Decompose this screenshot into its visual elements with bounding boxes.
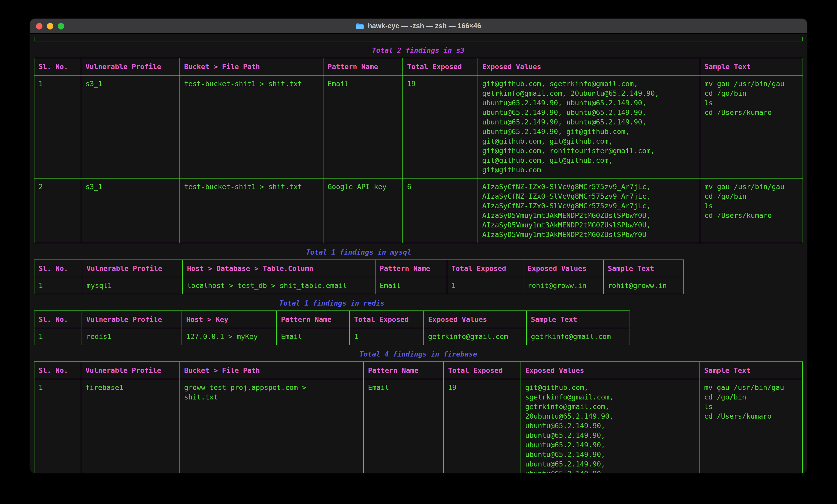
col-header-sample-text: Sample Text [527,311,630,328]
cell-pattern-name: Email [323,75,403,178]
col-header-sl-no: Sl. No. [34,311,82,328]
terminal-content[interactable]: Total 2 findings in s3 Sl. No. Vulnerabl… [30,34,807,473]
cell-sl-no: 1 [34,328,82,345]
mysql-section-title: Total 1 findings in mysql [34,247,683,257]
mysql-findings-section: Total 1 findings in mysql Sl. No. Vulner… [34,247,683,294]
traffic-lights [36,19,64,34]
col-header-vulnerable-profile: Vulnerable Profile [82,260,182,277]
cell-exposed-values: git@github.com, sgetrkinfo@gmail.com, ge… [478,75,700,178]
col-header-pattern-name: Pattern Name [323,58,403,75]
cell-host-key: 127.0.0.1 > myKey [182,328,277,345]
cell-pattern-name: Google API key [323,178,403,243]
table-row: 2 s3_1 test-bucket-shit1 > shit.txt Goog… [34,178,803,243]
firebase-section-title: Total 4 findings in firebase [34,349,803,359]
cell-bucket-file-path: groww-test-proj.appspot.com > shit.txt [180,379,363,473]
cell-exposed-values: getrkinfo@gmail.com [424,328,527,345]
col-header-sample-text: Sample Text [700,362,803,379]
table-row: 1 redis1 127.0.0.1 > myKey Email 1 getrk… [34,328,630,345]
col-header-total-exposed: Total Exposed [350,311,424,328]
col-header-exposed-values: Exposed Values [478,58,700,75]
minimize-button[interactable] [47,23,53,30]
cell-vulnerable-profile: firebase1 [81,379,180,473]
cell-exposed-values: rohit@groww.in [523,277,603,294]
col-header-host-key: Host > Key [182,311,277,328]
col-header-total-exposed: Total Exposed [444,362,521,379]
s3-findings-section: Total 2 findings in s3 Sl. No. Vulnerabl… [34,45,803,243]
cell-total-exposed: 19 [444,379,521,473]
folder-icon [356,23,364,30]
cell-exposed-values: git@github.com, sgetrkinfo@gmail.com, ge… [521,379,700,473]
table-row: 1 mysql1 localhost > test_db > shit_tabl… [34,277,684,294]
cell-sample-text: getrkinfo@gmail.com [527,328,630,345]
col-header-bucket-file-path: Bucket > File Path [180,58,323,75]
col-header-pattern-name: Pattern Name [375,260,447,277]
firebase-header-row: Sl. No. Vulnerable Profile Bucket > File… [34,362,803,379]
cell-sl-no: 2 [34,178,81,243]
window-title: hawk-eye — -zsh — zsh — 166×46 [356,22,481,30]
cell-sl-no: 1 [34,75,81,178]
redis-findings-table: Sl. No. Vulnerable Profile Host > Key Pa… [34,311,630,345]
col-header-sl-no: Sl. No. [34,58,81,75]
mysql-findings-table: Sl. No. Vulnerable Profile Host > Databa… [34,260,684,294]
window-title-text: hawk-eye — -zsh — zsh — 166×46 [368,22,481,30]
redis-section-title: Total 1 findings in redis [34,298,629,308]
s3-header-row: Sl. No. Vulnerable Profile Bucket > File… [34,58,803,75]
col-header-pattern-name: Pattern Name [363,362,444,379]
terminal-window: hawk-eye — -zsh — zsh — 166×46 Total 2 f… [30,19,807,473]
close-button[interactable] [36,23,42,30]
cell-exposed-values: AIzaSyCfNZ-IZx0-SlVcVg8MCr575zv9_Ar7jLc,… [478,178,700,243]
cell-pattern-name: Email [277,328,350,345]
col-header-total-exposed: Total Exposed [447,260,523,277]
col-header-exposed-values: Exposed Values [523,260,603,277]
col-header-bucket-file-path: Bucket > File Path [180,362,363,379]
col-header-host-database-table: Host > Database > Table.Column [182,260,375,277]
cell-sample-text: mv gau /usr/bin/gau cd /go/bin ls cd /Us… [700,75,803,178]
cell-vulnerable-profile: s3_1 [81,178,180,243]
cell-sl-no: 1 [34,277,82,294]
cell-host-database-table: localhost > test_db > shit_table.email [182,277,375,294]
mysql-header-row: Sl. No. Vulnerable Profile Host > Databa… [34,260,684,277]
col-header-exposed-values: Exposed Values [521,362,700,379]
cell-sample-text: mv gau /usr/bin/gau cd /go/bin ls cd /Us… [700,379,803,473]
s3-findings-table: Sl. No. Vulnerable Profile Bucket > File… [34,58,803,243]
cell-total-exposed: 1 [447,277,523,294]
cell-sl-no: 1 [34,379,81,473]
zoom-button[interactable] [58,23,64,30]
col-header-vulnerable-profile: Vulnerable Profile [82,311,182,328]
cell-total-exposed: 6 [403,178,478,243]
col-header-total-exposed: Total Exposed [403,58,478,75]
cell-vulnerable-profile: s3_1 [81,75,180,178]
cell-vulnerable-profile: redis1 [82,328,182,345]
cell-sample-text: mv gau /usr/bin/gau cd /go/bin ls cd /Us… [700,178,803,243]
col-header-vulnerable-profile: Vulnerable Profile [81,362,180,379]
col-header-sl-no: Sl. No. [34,260,82,277]
scrolled-table-remnant [34,37,803,41]
col-header-pattern-name: Pattern Name [277,311,350,328]
titlebar[interactable]: hawk-eye — -zsh — zsh — 166×46 [30,19,807,34]
cell-pattern-name: Email [375,277,447,294]
cell-bucket-file-path: test-bucket-shit1 > shit.txt [180,75,323,178]
s3-section-title: Total 2 findings in s3 [34,45,803,55]
table-row: 1 firebase1 groww-test-proj.appspot.com … [34,379,803,473]
cell-total-exposed: 1 [350,328,424,345]
col-header-exposed-values: Exposed Values [424,311,527,328]
firebase-findings-section: Total 4 findings in firebase Sl. No. Vul… [34,349,803,473]
cell-total-exposed: 19 [403,75,478,178]
firebase-findings-table: Sl. No. Vulnerable Profile Bucket > File… [34,361,803,473]
cell-vulnerable-profile: mysql1 [82,277,182,294]
redis-header-row: Sl. No. Vulnerable Profile Host > Key Pa… [34,311,630,328]
col-header-sample-text: Sample Text [603,260,684,277]
table-row: 1 s3_1 test-bucket-shit1 > shit.txt Emai… [34,75,803,178]
col-header-sl-no: Sl. No. [34,362,81,379]
cell-sample-text: rohit@groww.in [603,277,684,294]
cell-bucket-file-path: test-bucket-shit1 > shit.txt [180,178,323,243]
col-header-vulnerable-profile: Vulnerable Profile [81,58,180,75]
cell-pattern-name: Email [363,379,444,473]
redis-findings-section: Total 1 findings in redis Sl. No. Vulner… [34,298,629,345]
col-header-sample-text: Sample Text [700,58,803,75]
